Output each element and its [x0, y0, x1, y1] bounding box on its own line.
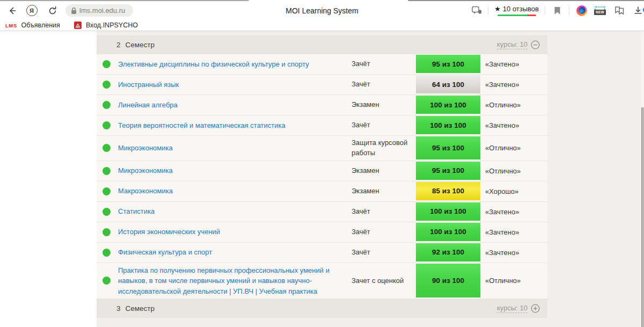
exam-type: Зачёт: [352, 120, 416, 130]
grade-value: «Отлично»: [480, 167, 547, 175]
table-row: Физическая культура и спорт Зачёт 92 из …: [97, 243, 547, 263]
course-link[interactable]: Микроэкономика: [118, 144, 173, 152]
course-link[interactable]: Иностранный язык: [118, 81, 179, 89]
course-name-cell: Теория вероятностей и математическая ста…: [118, 120, 352, 131]
bookmark-announcements[interactable]: LMS Объявления: [5, 21, 60, 29]
extension-browser-button[interactable]: [573, 5, 590, 16]
downloads-button[interactable]: 2: [629, 5, 644, 16]
browser-toolbar: Я lms.moi.edu.ru MOI Learning System ★ 1…: [0, 1, 644, 20]
score-cell: 90 из 100: [416, 263, 480, 299]
expand-plus-icon: [531, 304, 540, 313]
course-link[interactable]: Физическая культура и спорт: [118, 248, 212, 256]
grade-value: «Зачтено»: [480, 208, 547, 216]
course-name-cell: История экономических учений: [118, 227, 352, 237]
course-link[interactable]: Элективные дисциплины по физической куль…: [118, 60, 309, 68]
course-name-cell: Микроэкономика: [118, 165, 352, 176]
sidebar-panel-button[interactable]: [469, 6, 484, 15]
semester-label: Семестр: [126, 41, 155, 49]
courses-label-text: курсы:: [497, 40, 518, 48]
course-link[interactable]: Теория вероятностей и математическая ста…: [118, 121, 286, 129]
table-row: Теория вероятностей и математическая ста…: [97, 115, 547, 136]
reviews-rating[interactable]: ★ 10 отзывов: [492, 5, 541, 16]
grades-table: 2 Семестр курсы: 10 Элективные дисциплин…: [97, 35, 547, 318]
grade-value: «Отлично»: [480, 101, 547, 109]
score-cell: 100 из 100: [416, 95, 480, 115]
status-dot-icon: [103, 277, 111, 285]
course-link[interactable]: Практика по получению первичных професси…: [118, 266, 330, 295]
semester-3-courses-toggle[interactable]: курсы: 10: [497, 304, 540, 313]
score-cell: 64 из 100: [416, 75, 480, 95]
bookmark-flag-icon: [554, 6, 561, 15]
status-cell: [97, 144, 118, 152]
exam-type: Экзамен: [352, 166, 416, 176]
bookmarks-bar: LMS Объявления Вход.INPSYCHO: [0, 20, 644, 31]
score-cell: 95 из 100: [416, 161, 480, 181]
exam-type: Зачёт: [352, 248, 416, 258]
yandex-home-button[interactable]: Я: [25, 1, 39, 20]
collections-button[interactable]: [610, 6, 629, 15]
star-icon: ★: [494, 5, 501, 12]
chat-panel-icon: [472, 6, 482, 15]
score-badge: 95 из 100: [416, 162, 480, 180]
table-row: История экономических учений Зачёт 100 и…: [97, 222, 547, 243]
exam-type: Экзамен: [352, 186, 416, 197]
status-dot-icon: [103, 208, 111, 216]
status-cell: [97, 187, 118, 195]
back-arrow-icon: [7, 5, 18, 16]
status-cell: [97, 60, 118, 68]
rating-bar: [497, 14, 536, 16]
score-badge: 90 из 100: [416, 264, 480, 298]
table-row: Практика по получению первичных професси…: [97, 263, 547, 300]
refresh-button[interactable]: [46, 1, 60, 20]
table-row: Линейная алгебра Экзамен 100 из 100 «Отл…: [97, 95, 547, 115]
scrollbar-track[interactable]: [641, 31, 644, 327]
score-badge: 100 из 100: [416, 116, 480, 134]
exam-type: Экзамен: [352, 100, 416, 110]
course-rows: Элективные дисциплины по физической куль…: [97, 54, 547, 299]
course-link[interactable]: История экономических учений: [118, 228, 220, 236]
address-bar[interactable]: lms.moi.edu.ru: [65, 4, 133, 17]
status-dot-icon: [103, 60, 111, 68]
lms-logo-icon: LMS: [5, 23, 17, 28]
table-row: Статистика Зачёт 100 из 100 «Зачтено»: [97, 202, 547, 222]
score-cell: 100 из 100: [416, 222, 480, 242]
course-name-cell: Физическая культура и спорт: [118, 247, 352, 258]
score-badge: 95 из 100: [416, 136, 480, 159]
semester-2-courses-toggle[interactable]: курсы: 10: [497, 40, 540, 49]
new-feature-icon: NEW: [594, 6, 606, 15]
screenshot-tool-button[interactable]: NEW: [590, 6, 610, 15]
score-badge: 64 из 100: [416, 75, 480, 93]
exam-type: Зачёт: [352, 207, 416, 217]
semester-2-header: 2 Семестр курсы: 10: [97, 35, 547, 54]
grade-value: «Хорошо»: [480, 187, 547, 195]
inpsycho-logo-icon: [74, 21, 82, 29]
table-row: Иностранный язык Зачёт 64 из 100 «Зачтен…: [97, 75, 547, 95]
grade-value: «Зачтено»: [480, 249, 547, 257]
course-name-cell: Микроэкономика: [118, 143, 352, 154]
toolbar-separator: [488, 6, 488, 15]
course-link[interactable]: Статистика: [118, 207, 155, 215]
bookmark-page-button[interactable]: [549, 6, 565, 15]
tab-strip-left: [0, 0, 249, 1]
course-link[interactable]: Линейная алгебра: [118, 101, 178, 109]
score-cell: 95 из 100: [416, 54, 480, 74]
back-button[interactable]: [5, 1, 19, 20]
collapse-minus-icon: [531, 40, 540, 49]
grade-value: «Зачтено»: [480, 121, 547, 129]
course-link[interactable]: Микроэкономика: [118, 166, 173, 175]
bookmark-label: Объявления: [21, 21, 60, 29]
course-name-cell: Практика по получению первичных професси…: [118, 265, 352, 297]
page-title: MOI Learning System: [161, 1, 483, 20]
bookmark-inpsycho[interactable]: Вход.INPSYCHO: [74, 21, 138, 29]
url-text: lms.moi.edu.ru: [79, 6, 125, 14]
status-dot-icon: [103, 187, 111, 195]
scrollbar-thumb[interactable]: [641, 107, 644, 327]
grade-value: «Зачтено»: [480, 81, 547, 89]
download-icon: [633, 5, 643, 16]
course-link[interactable]: Макроэкономика: [118, 187, 173, 195]
bookmark-label: Вход.INPSYCHO: [86, 21, 138, 29]
tab-strip-right: [408, 0, 644, 1]
semester-number: 3: [116, 304, 121, 313]
exam-type: Зачёт: [352, 79, 416, 90]
exam-type: Зачёт: [352, 227, 416, 237]
